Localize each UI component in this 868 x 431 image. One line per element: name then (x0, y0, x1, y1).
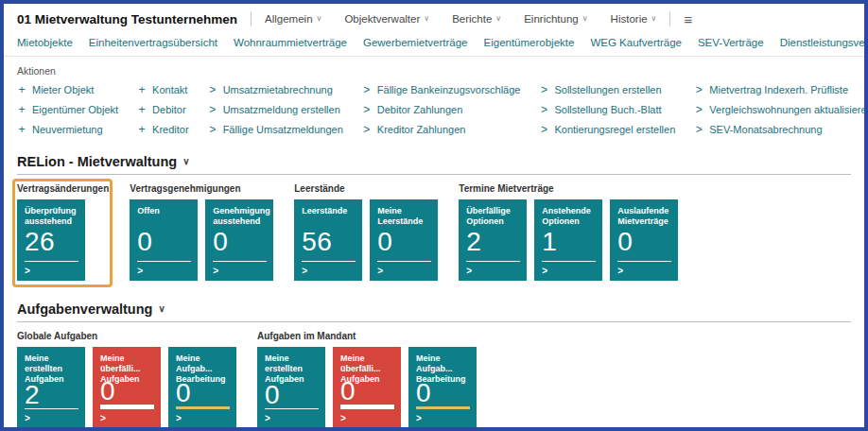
menu-historie[interactable]: Historie∨ (611, 13, 657, 25)
cue-tile-label: Überprüfung ausstehend (25, 206, 78, 227)
action-neuvermietung[interactable]: +Neuvermietung (17, 123, 118, 143)
cue-tile-ueberpruefung-ausstehend[interactable]: Überprüfung ausstehend 26 > (17, 199, 85, 281)
action-label: Vergleichswohnungen aktualisieren (709, 104, 868, 115)
action-umsatzmietabrechnung[interactable]: >Umsatzmietabrechnung (208, 83, 343, 103)
app-window: 01 Mietverwaltung Testunternehmen Allgem… (0, 0, 868, 431)
menu-label: Berichte (452, 13, 492, 25)
cue-group-leerstaende: Leerstände Leerstände 56 > Meine Leerstä… (294, 183, 438, 281)
task-group-aufgaben-im-mandant: Aufgaben im Mandant Meine erstellten Auf… (257, 331, 477, 428)
cue-group-label: Termine Mietverträge (459, 183, 678, 194)
plus-icon: + (17, 123, 26, 136)
menu-berichte[interactable]: Berichte∨ (452, 13, 501, 25)
hamburger-menu-icon[interactable]: ≡ (684, 11, 691, 27)
chevron-right-icon: > (340, 409, 394, 423)
action-faellige-umsatzmeldungen[interactable]: >Fällige Umsatzmeldungen (208, 123, 343, 143)
cue-tile-value: 26 (25, 228, 78, 255)
page-title: 01 Mietverwaltung Testunternehmen (17, 12, 237, 26)
cue-tile-genehmigung-ausstehend[interactable]: Genehmigung ausstehend 0 > (205, 199, 273, 281)
cue-tile-label: Genehmigung ausstehend (213, 206, 267, 227)
tiles-row: Leerstände 56 > Meine Leerstände 0 > (294, 199, 438, 281)
run-icon: > (694, 103, 703, 116)
top-bar: 01 Mietverwaltung Testunternehmen Allgem… (4, 4, 864, 32)
nav-mietobjekte[interactable]: Mietobjekte (17, 37, 73, 48)
action-sollstellung-buch-blatt[interactable]: >Sollstellung Buch.-Blatt (539, 103, 675, 123)
cue-tile-leerstaende[interactable]: Leerstände 56 > (294, 199, 362, 281)
action-sollstellungen-erstellen[interactable]: >Sollstellungen erstellen (539, 83, 675, 103)
cue-groups-row: Vertragsänderungen Überprüfung ausstehen… (17, 183, 851, 281)
task-tile-meine-erstellten-aufgaben[interactable]: Meine erstellten Aufgaben 0 > (257, 347, 325, 428)
cue-group-label: Leerstände (294, 183, 438, 194)
section-header-relion[interactable]: RELion - Mietverwaltung ∨ (17, 154, 851, 169)
action-vergleichswohnungen-aktualisieren[interactable]: >Vergleichswohnungen aktualisieren (694, 103, 868, 123)
section-header-aufgabenverwaltung[interactable]: Aufgabenverwaltung ∨ (17, 302, 851, 317)
divider (17, 174, 851, 175)
nav-wohnraummietvertraege[interactable]: Wohnraummietverträge (234, 37, 347, 48)
menu-bar: Allgemein∨ Objektverwalter∨ Berichte∨ Ei… (265, 13, 656, 25)
action-label: Debitor Zahlungen (377, 104, 463, 115)
cue-tile-offen[interactable]: Offen 0 > (130, 199, 198, 281)
divider (251, 11, 252, 26)
menu-label: Allgemein (265, 13, 313, 25)
nav-bar: Mietobjekte Einheitenvertragsübersicht W… (4, 32, 864, 57)
chevron-down-icon: ∨ (158, 304, 165, 314)
nav-weg-kaufvertraege[interactable]: WEG Kaufverträge (590, 37, 682, 48)
action-kontakt[interactable]: +Kontakt (137, 83, 189, 103)
action-umsatzmeldung-erstellen[interactable]: >Umsatzmeldung erstellen (208, 103, 343, 123)
action-kontierungsregel-erstellen[interactable]: >Kontierungsregel erstellen (539, 123, 675, 143)
actions-title: Aktionen (17, 65, 851, 77)
chevron-right-icon: > (25, 262, 78, 276)
action-label: Fällige Umsatzmeldungen (223, 124, 343, 135)
task-tile-meine-ueberfaellige-aufgaben[interactable]: Meine überfälli... Aufgaben 0 > (333, 347, 401, 428)
action-kreditor-zahlungen[interactable]: >Kreditor Zahlungen (362, 123, 521, 143)
actions-column: >Fällige Bankeinzugsvorschläge >Debitor … (362, 83, 521, 143)
action-faellige-bankeinzugsvorschlaege[interactable]: >Fällige Bankeinzugsvorschläge (362, 83, 521, 103)
chevron-right-icon: > (137, 262, 191, 276)
task-tile-label: Meine erstellten Aufgaben (265, 353, 319, 380)
nav-eigentuemerobjekte[interactable]: Eigentümerobjekte (484, 37, 575, 48)
nav-sev-vertraege[interactable]: SEV-Verträge (698, 37, 764, 48)
action-kreditor[interactable]: +Kreditor (137, 123, 189, 143)
task-tile-meine-erstellten-aufgaben[interactable]: Meine erstellten Aufgaben 2 > (17, 347, 85, 428)
menu-objektverwalter[interactable]: Objektverwalter∨ (344, 13, 429, 25)
action-label: Kontakt (152, 84, 187, 95)
plus-icon: + (137, 123, 147, 136)
run-icon: > (362, 123, 372, 136)
action-mieter-objekt[interactable]: +Mieter Objekt (17, 83, 118, 103)
cue-group-vertragsgenehmigungen: Vertragsgenehmigungen Offen 0 > Genehmig… (130, 183, 273, 281)
nav-gewerbemietvertraege[interactable]: Gewerbemietverträge (363, 37, 468, 48)
tiles-row: Meine erstellten Aufgaben 2 > Meine über… (17, 347, 236, 428)
action-label: SEV-Monatsabrechnung (709, 124, 822, 135)
nav-einheitenvertragsuebersicht[interactable]: Einheitenvertragsübersicht (89, 37, 217, 48)
task-tile-meine-ueberfaellige-aufgaben[interactable]: Meine überfälli... Aufgaben 0 > (93, 347, 161, 428)
action-eigentuemer-objekt[interactable]: +Eigentümer Objekt (17, 103, 118, 123)
cue-tile-auslaufende-mietvertraege[interactable]: Auslaufende Mietverträge 0 > (610, 199, 678, 281)
action-debitor[interactable]: +Debitor (137, 103, 189, 123)
actions-grid: +Mieter Objekt +Eigentümer Objekt +Neuve… (17, 83, 851, 143)
divider (17, 321, 851, 322)
menu-allgemein[interactable]: Allgemein∨ (265, 13, 321, 25)
action-sev-monatsabrechnung[interactable]: >SEV-Monatsabrechnung (694, 123, 868, 143)
chevron-right-icon: > (213, 262, 267, 276)
section-title: RELion - Mietverwaltung (17, 154, 177, 169)
task-tile-meine-aufgaben-bearbeitung[interactable]: Meine Aufgab... Bearbeitung 0 > (168, 347, 236, 428)
task-tile-meine-aufgaben-bearbeitung[interactable]: Meine Aufgab... Bearbeitung 0 > (408, 347, 477, 428)
action-label: Sollstellung Buch.-Blatt (554, 104, 661, 115)
task-tile-label: Meine Aufgab... Bearbeitung (416, 353, 470, 378)
cue-tile-label: Überfällige Optionen (466, 206, 520, 227)
chevron-down-icon: ∨ (651, 15, 657, 23)
cue-tile-anstehende-optionen[interactable]: Anstehende Optionen 1 > (534, 199, 602, 281)
cue-group-label: Vertragsgenehmigungen (130, 183, 273, 194)
cue-tile-meine-leerstaende[interactable]: Meine Leerstände 0 > (370, 199, 438, 281)
action-label: Mieter Objekt (32, 84, 94, 95)
cue-tile-ueberfaellige-optionen[interactable]: Überfällige Optionen 2 > (459, 199, 527, 281)
run-icon: > (694, 123, 703, 136)
menu-einrichtung[interactable]: Einrichtung∨ (524, 13, 587, 25)
action-mietvertrag-indexerh-pruefliste[interactable]: >Mietvertrag Indexerh. Prüfliste (694, 83, 868, 103)
menu-label: Einrichtung (524, 13, 579, 25)
chevron-right-icon: > (176, 409, 230, 423)
action-label: Fällige Bankeinzugsvorschläge (377, 84, 521, 95)
run-icon: > (208, 123, 217, 136)
action-debitor-zahlungen[interactable]: >Debitor Zahlungen (362, 103, 521, 123)
nav-dienstleistungsvertraege[interactable]: Dienstleistungsverträge (780, 37, 868, 48)
actions-column: >Mietvertrag Indexerh. Prüfliste >Vergle… (694, 83, 868, 143)
